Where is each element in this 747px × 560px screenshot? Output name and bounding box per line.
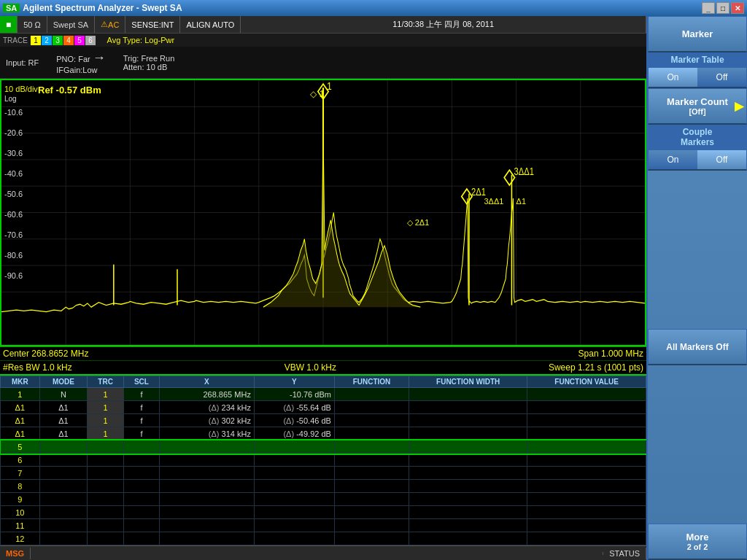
col-y: Y (254, 376, 334, 388)
input-display: Input: RF (6, 58, 39, 67)
trace-6-num: 6 (85, 36, 96, 45)
minimize-button[interactable]: _ (702, 2, 715, 14)
table-row: Δ1 Δ1 1 f (Δ) 314 kHz (Δ) -49.92 dB (1, 427, 646, 440)
table-row: 1 N 1 f 268.865 MHz -10.76 dBm (1, 388, 646, 401)
more-button[interactable]: More 2 of 2 (648, 524, 747, 560)
impedance-display: 50 Ω (18, 16, 47, 33)
marker-table-off[interactable]: Off (697, 68, 746, 87)
trace-3-num: 3 (53, 36, 63, 45)
col-x: X (159, 376, 254, 388)
maximize-button[interactable]: □ (716, 2, 729, 14)
table-row: 9 (1, 493, 646, 506)
col-function: FUNCTION (334, 376, 409, 388)
sweep-display: Sweep 1.21 s (1001 pts) (549, 362, 643, 373)
trace-info-row: TRACE 1 2 3 4 5 6 Avg Type: Log-Pwr (0, 34, 646, 47)
col-scl: SCL (124, 376, 160, 388)
spectrum-display: 10 dB/div Ref -0.57 dBm Log -10.6 -20.6 … (0, 79, 646, 346)
window-title: Agilent Spectrum Analyzer - Swept SA (23, 3, 702, 13)
marker-count-button[interactable]: Marker Count [Off] ▶ (648, 88, 747, 125)
marker-button[interactable]: Marker (648, 16, 747, 52)
svg-marker-21 (462, 189, 472, 204)
right-panel: Marker Marker Table On Off Marker Count … (646, 16, 747, 560)
vbw-display: VBW 1.0 kHz (285, 362, 336, 373)
datetime-display: 11/30:38 上午 四月 08, 2011 (241, 16, 646, 33)
bottom-status-bar: MSG STATUS (0, 545, 646, 560)
table-row: 10 (1, 506, 646, 519)
marker-count-arrow: ▶ (735, 99, 743, 113)
close-button[interactable]: ✕ (731, 2, 744, 14)
swept-sa-label: Swept SA (47, 16, 95, 33)
col-mode: MODE (39, 376, 88, 388)
trig-display: Trig: Free Run Atten: 10 dB (123, 54, 175, 71)
status-label: STATUS (603, 548, 646, 559)
svg-text:3ΔΔ1: 3ΔΔ1 (514, 165, 535, 177)
marker-table: MKR MODE TRC SCL X Y FUNCTION FUNCTION W… (0, 374, 646, 545)
table-row: 5 (1, 440, 646, 454)
warning-indicator: ⚠ AC (95, 16, 125, 33)
table-row: 11 (1, 519, 646, 532)
pno-display: PNO: Far → IFGain:Low (56, 50, 106, 74)
table-row: 12 (1, 532, 646, 545)
frequency-bar: Center 268.8652 MHz Span 1.000 MHz (0, 346, 646, 360)
input-indicator: ■ (0, 16, 18, 33)
table-row: 8 (1, 480, 646, 493)
align-display: ALIGN AUTO (180, 16, 241, 33)
spectrum-svg: 1 2Δ1 3ΔΔ1 (1, 80, 645, 345)
table-row: 7 (1, 467, 646, 480)
col-trc: TRC (88, 376, 124, 388)
app-icon: SA (3, 4, 20, 12)
trace-4-num: 4 (63, 36, 74, 45)
input-icon: ■ (6, 20, 11, 30)
trace-1-num: 1 (31, 36, 41, 45)
trace-5-num: 5 (74, 36, 85, 45)
svg-text:2Δ1: 2Δ1 (471, 186, 486, 198)
res-bw-display: #Res BW 1.0 kHz (3, 362, 72, 373)
status-bar: ■ 50 Ω Swept SA ⚠ AC SENSE:INT ALIGN AUT… (0, 16, 646, 34)
trace-2-num: 2 (42, 36, 52, 45)
all-markers-off-button[interactable]: All Markers Off (648, 329, 747, 365)
span-display: Span 1.000 MHz (578, 349, 643, 359)
couple-on-button[interactable]: On (649, 150, 697, 169)
sense-display: SENSE:INT (125, 16, 180, 33)
status-display (31, 552, 603, 555)
couple-markers-label: CoupleMarkers (648, 125, 747, 149)
info-row: Input: RF PNO: Far → IFGain:Low Trig: Fr… (0, 47, 646, 79)
marker-table-label: Marker Table (648, 52, 747, 67)
col-fw: FUNCTION WIDTH (409, 376, 527, 388)
couple-off-button[interactable]: Off (697, 150, 746, 169)
svg-marker-24 (504, 170, 514, 185)
msg-indicator: MSG (0, 548, 31, 559)
avg-type-display: Avg Type: Log-Pwr (107, 36, 175, 44)
center-freq: Center 268.8652 MHz (3, 349, 88, 359)
col-mkr: MKR (1, 376, 40, 388)
res-bw-bar: #Res BW 1.0 kHz VBW 1.0 kHz Sweep 1.21 s… (0, 360, 646, 374)
title-bar: SA Agilent Spectrum Analyzer - Swept SA … (0, 0, 747, 16)
table-row: 6 (1, 454, 646, 467)
svg-text:1: 1 (327, 80, 332, 92)
marker-table-on[interactable]: On (649, 68, 697, 87)
table-row: Δ1 Δ1 1 f (Δ) 234 kHz (Δ) -55.64 dB (1, 401, 646, 414)
col-fv: FUNCTION VALUE (527, 376, 646, 388)
table-row: Δ1 Δ1 1 f (Δ) 302 kHz (Δ) -50.46 dB (1, 414, 646, 427)
